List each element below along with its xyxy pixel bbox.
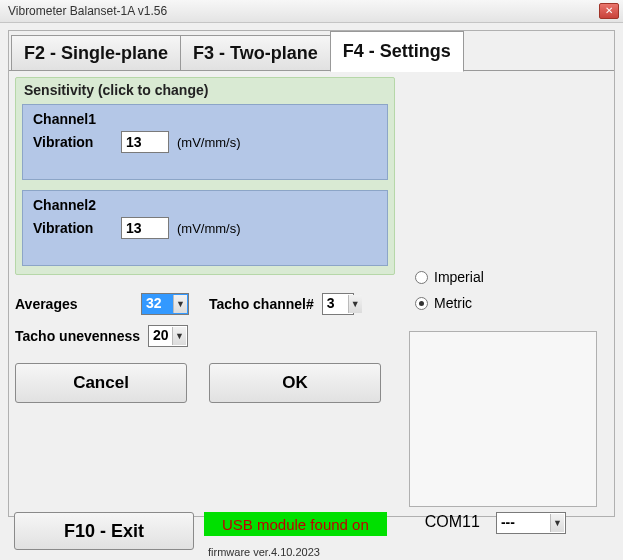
- channel2-name: Channel2: [33, 197, 377, 213]
- channel1-label: Vibration: [33, 134, 113, 150]
- main-panel: F2 - Single-plane F3 - Two-plane F4 - Se…: [8, 30, 615, 517]
- settings-content: Sensitivity (click to change) Channel1 V…: [9, 70, 614, 516]
- device-combo[interactable]: --- ▼: [496, 512, 566, 534]
- channel2-input[interactable]: [121, 217, 169, 239]
- footer: F10 - Exit USB module found on COM11 ---…: [14, 512, 566, 550]
- close-icon[interactable]: ✕: [599, 3, 619, 19]
- radio-icon: [415, 297, 428, 310]
- radio-imperial[interactable]: Imperial: [415, 269, 484, 285]
- tacho-uneven-label: Tacho unevenness: [15, 328, 140, 344]
- channel1-unit: (mV/mm/s): [177, 135, 241, 150]
- sensitivity-title: Sensitivity (click to change): [22, 78, 388, 104]
- radio-icon: [415, 271, 428, 284]
- units-group: Imperial Metric: [415, 269, 484, 321]
- tab-two-plane[interactable]: F3 - Two-plane: [180, 35, 331, 71]
- tacho-channel-combo[interactable]: 3 ▼: [322, 293, 364, 315]
- ok-button[interactable]: OK: [209, 363, 381, 403]
- channel1-box: Channel1 Vibration (mV/mm/s): [22, 104, 388, 180]
- channel1-name: Channel1: [33, 111, 377, 127]
- window-title: Vibrometer Balanset-1A v1.56: [8, 4, 167, 18]
- tab-single-plane[interactable]: F2 - Single-plane: [11, 35, 181, 71]
- averages-row: Averages 32 ▼ Tacho channel# 3 ▼: [15, 293, 608, 315]
- usb-status: USB module found on: [204, 512, 387, 536]
- tab-strip: F2 - Single-plane F3 - Two-plane F4 - Se…: [9, 31, 614, 71]
- channel1-input[interactable]: [121, 131, 169, 153]
- channel2-box: Channel2 Vibration (mV/mm/s): [22, 190, 388, 266]
- imperial-label: Imperial: [434, 269, 484, 285]
- averages-combo[interactable]: 32 ▼: [141, 293, 189, 315]
- tacho-uneven-value[interactable]: 20: [148, 325, 188, 347]
- channel2-label: Vibration: [33, 220, 113, 236]
- client-area: F2 - Single-plane F3 - Two-plane F4 - Se…: [0, 23, 623, 560]
- title-bar: Vibrometer Balanset-1A v1.56 ✕: [0, 0, 623, 23]
- tab-settings[interactable]: F4 - Settings: [330, 31, 464, 72]
- metric-label: Metric: [434, 295, 472, 311]
- info-box: [409, 331, 597, 507]
- exit-button[interactable]: F10 - Exit: [14, 512, 194, 550]
- averages-label: Averages: [15, 296, 133, 312]
- averages-value[interactable]: 32: [141, 293, 189, 315]
- device-value[interactable]: ---: [496, 512, 566, 534]
- tacho-channel-value[interactable]: 3: [322, 293, 354, 315]
- firmware-label: firmware ver.4.10.2023: [208, 546, 320, 558]
- channel2-unit: (mV/mm/s): [177, 221, 241, 236]
- cancel-button[interactable]: Cancel: [15, 363, 187, 403]
- com-port-label: COM11: [425, 512, 480, 531]
- tacho-uneven-combo[interactable]: 20 ▼: [148, 325, 188, 347]
- radio-metric[interactable]: Metric: [415, 295, 484, 311]
- sensitivity-group[interactable]: Sensitivity (click to change) Channel1 V…: [15, 77, 395, 275]
- tacho-channel-label: Tacho channel#: [209, 296, 314, 312]
